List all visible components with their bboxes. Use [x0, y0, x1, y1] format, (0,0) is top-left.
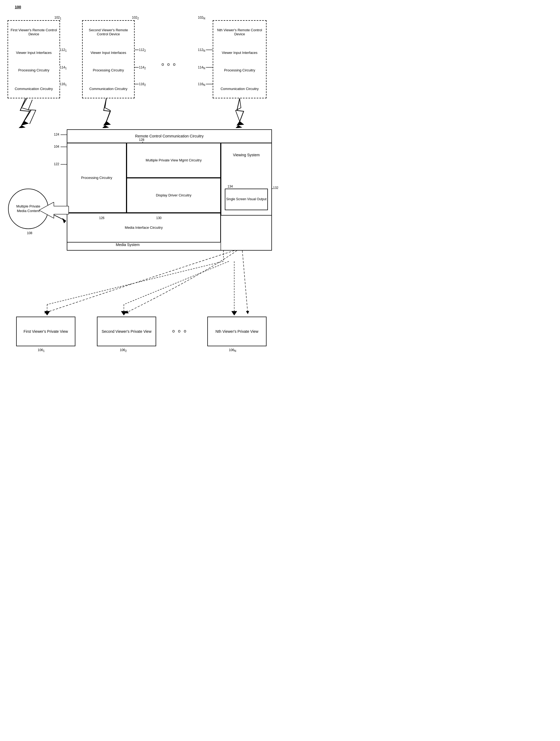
svg-marker-35 [63, 218, 66, 223]
single-screen-box: Single Screen Visual Output [225, 189, 268, 210]
rc1-comm: Communication Circuitry [8, 79, 60, 98]
rc2-num: 1022 [132, 16, 139, 20]
private-view-N-num: 106N [229, 348, 236, 352]
processing-circuitry-box: Processing Circuitry [67, 143, 127, 213]
rc2-comm: Communication Circuitry [82, 79, 135, 98]
media-content-circle: Multiple Private Media Content [8, 189, 49, 229]
rcN-interfaces: Viewer Input Interfaces [213, 44, 266, 61]
svg-marker-19 [104, 121, 110, 125]
proc-num: 122 [54, 162, 59, 166]
outer-num: 132 [273, 186, 278, 190]
rc2-title: Second Viewer's Remote Control Device [82, 20, 135, 44]
private-view-2-num: 1062 [120, 348, 127, 352]
svg-marker-39 [45, 311, 50, 315]
rcN-proc-num: 114N [198, 65, 205, 70]
rc1-title: First Viewer's Remote Control Device [8, 20, 60, 44]
rc2-interfaces: Viewer Input Interfaces [82, 44, 135, 61]
private-view-1: First Viewer's Private View [16, 317, 75, 346]
rcN-comm: Communication Circuitry [213, 79, 266, 98]
rcN-int-num: 112N [198, 48, 205, 52]
rcN-comm-num: 116N [198, 82, 205, 86]
private-view-2: Second Viewer's Private View [97, 317, 156, 346]
rc2-proc-num: 1142 [139, 65, 146, 70]
private-view-N: Nth Viewer's Private View [207, 317, 266, 346]
rc1-processing: Processing Circuitry [8, 61, 60, 79]
rc2-comm-num: 1162 [139, 82, 146, 86]
media-content-num: 108 [27, 231, 32, 235]
rc1-comm-num: 1161 [60, 82, 67, 86]
diagram: 100 [0, 0, 280, 370]
rc2-processing: Processing Circuitry [82, 61, 135, 79]
svg-line-37 [47, 261, 224, 305]
display-driver-box: Display Driver Circuitry [127, 178, 221, 213]
private-view-1-num: 1061 [38, 348, 45, 352]
rc1-interfaces: Viewer Input Interfaces [8, 44, 60, 61]
media-interface-box: Media Interface Circuitry [67, 213, 221, 243]
svg-marker-20 [237, 121, 244, 125]
media-system-label: Media System [116, 243, 140, 247]
mpvm-num: 128 [139, 138, 144, 142]
svg-line-40 [124, 261, 229, 305]
rc1-num: 1021 [54, 16, 61, 20]
mpvm-box: Multiple Private View Mgmt Circuitry [127, 143, 221, 178]
svg-marker-42 [121, 311, 127, 315]
rc1-int-num: 1121 [60, 48, 67, 52]
media-interface-num: 126 [99, 216, 104, 220]
rc-comm-label: Remote Control Communication Circuitry [67, 129, 272, 143]
rcN-processing: Processing Circuitry [213, 61, 266, 79]
ellipsis-rc: o o o [162, 62, 177, 67]
ellipsis-views: o o o [172, 329, 187, 334]
rc2-int-num: 1122 [139, 48, 146, 52]
viewing-system-label: Viewing System [221, 147, 272, 163]
svg-marker-18 [21, 121, 28, 125]
display-num: 130 [156, 216, 162, 220]
figure-number: 100 [15, 5, 21, 9]
rc1-proc-num: 1141 [60, 65, 67, 70]
svg-marker-44 [232, 311, 237, 315]
single-screen-num: 134 [228, 185, 233, 188]
rcN-num: 102N [198, 16, 205, 20]
rcN-title: Nth Viewer's Remote Control Device [213, 20, 266, 44]
rc-comm-num: 124 [54, 133, 59, 136]
media-num: 104 [54, 145, 59, 148]
